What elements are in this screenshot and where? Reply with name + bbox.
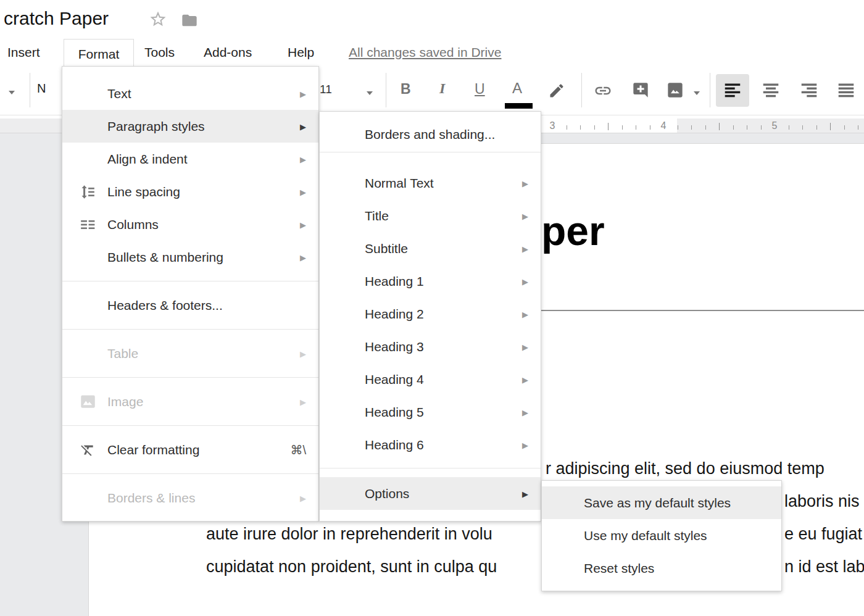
submenu-arrow-icon: ▶ (300, 122, 306, 131)
document-text-fragment: cupidatat non proident, sunt in culpa qu (206, 557, 497, 576)
menu-item-text[interactable]: Text▶ (62, 77, 318, 110)
menu-item-label: Image (107, 394, 143, 409)
menu-item-table[interactable]: Table▶ (62, 337, 318, 370)
submenu-arrow-icon: ▶ (522, 407, 528, 417)
columns-icon (75, 217, 101, 233)
font-size-chevron-icon[interactable] (367, 91, 373, 95)
menu-item-heading-2[interactable]: Heading 2▶ (320, 298, 541, 330)
menu-item-label: Text (107, 86, 131, 101)
menu-item-reset-styles[interactable]: Reset styles (542, 552, 781, 585)
paragraph-styles-submenu: Borders and shading...Normal Text▶Title▶… (319, 111, 541, 522)
submenu-arrow-icon: ▶ (522, 277, 528, 286)
submenu-arrow-icon: ▶ (300, 397, 306, 406)
menu-item-headers-footers[interactable]: Headers & footers... (62, 289, 318, 322)
menu-item-subtitle[interactable]: Subtitle▶ (320, 232, 541, 265)
menu-item-label: Subtitle (365, 241, 408, 256)
star-icon[interactable] (149, 10, 167, 31)
menu-item-label: Borders & lines (107, 491, 195, 506)
text-color-button[interactable]: A (512, 80, 522, 97)
submenu-arrow-icon: ▶ (522, 244, 528, 253)
submenu-arrow-icon: ▶ (522, 440, 528, 449)
ruler-tick (802, 125, 803, 130)
ruler-tick (719, 123, 720, 130)
menu-item-paragraph-styles[interactable]: Paragraph styles▶ (62, 110, 318, 143)
menu-separator (62, 281, 318, 281)
underline-button[interactable]: U (475, 81, 485, 98)
menu-item-heading-6[interactable]: Heading 6▶ (320, 428, 541, 461)
ruler-inch-label: 4 (661, 120, 667, 131)
menubar: Insert Tools Add-ons Help All changes sa… (0, 38, 864, 66)
menu-item-label: Table (107, 346, 138, 361)
image-disabled-icon (75, 393, 101, 410)
line-spacing-icon (75, 184, 101, 200)
bold-button[interactable]: B (401, 81, 411, 98)
menu-item-image[interactable]: Image▶ (62, 385, 318, 418)
ruler-tick (816, 125, 817, 130)
ruler-tick (594, 125, 595, 130)
menu-addons[interactable]: Add-ons (204, 38, 252, 66)
ruler-tick (622, 125, 623, 130)
menu-item-borders-and-shading[interactable]: Borders and shading... (320, 118, 541, 151)
ruler-tick (789, 125, 789, 130)
menu-item-label: Reset styles (584, 561, 654, 576)
menu-item-label: Heading 1 (365, 274, 424, 289)
menu-item-normal-text[interactable]: Normal Text▶ (320, 167, 541, 199)
ruler-inch-label: 5 (772, 120, 778, 131)
submenu-arrow-icon: ▶ (300, 493, 306, 502)
menu-item-label: Options (365, 486, 409, 501)
menu-item-heading-4[interactable]: Heading 4▶ (320, 363, 541, 396)
menu-help[interactable]: Help (288, 38, 314, 66)
all-changes-saved-link[interactable]: All changes saved in Drive (349, 38, 501, 66)
document-title[interactable]: cratch Paper (4, 8, 109, 29)
image-chevron-icon[interactable] (694, 91, 700, 95)
menu-item-title[interactable]: Title▶ (320, 199, 541, 232)
paragraph-style-selector[interactable]: N (37, 81, 46, 96)
menu-item-label: Normal Text (365, 176, 434, 191)
menu-item-borders-lines[interactable]: Borders & lines▶ (62, 481, 318, 514)
document-text-fragment: r adipiscing elit, sed do eiusmod temp (546, 459, 825, 478)
menu-item-heading-3[interactable]: Heading 3▶ (320, 330, 541, 363)
menu-separator (62, 473, 318, 474)
ruler-tick (733, 125, 734, 130)
menu-item-label: Heading 6 (365, 438, 424, 452)
submenu-arrow-icon: ▶ (300, 220, 306, 229)
menu-item-align-indent[interactable]: Align & indent▶ (62, 143, 318, 175)
document-text-fragment: n id est lab (784, 557, 864, 576)
submenu-arrow-icon: ▶ (522, 309, 528, 318)
menu-item-save-as-my-default-styles[interactable]: Save as my default styles (542, 486, 781, 519)
document-text-fragment: aute irure dolor in reprehenderit in vol… (206, 525, 492, 544)
menu-item-label: Title (365, 209, 389, 223)
menu-tools[interactable]: Tools (144, 38, 175, 66)
menu-format[interactable]: Format (64, 39, 134, 69)
ruler-tick (747, 125, 747, 130)
menu-item-options[interactable]: Options▶ (320, 477, 541, 510)
menu-item-label: Heading 4 (365, 372, 424, 387)
menu-item-label: Headers & footers... (107, 298, 223, 313)
titlebar: cratch Paper (0, 0, 864, 38)
submenu-arrow-icon: ▶ (300, 252, 306, 262)
font-size-value[interactable]: 11 (320, 83, 332, 96)
menu-item-bullets-numbering[interactable]: Bullets & numbering▶ (62, 241, 318, 273)
ruler-tick (691, 125, 692, 130)
menu-item-label: Align & indent (107, 152, 188, 167)
menu-item-label: Line spacing (107, 185, 180, 199)
toolbar-divider (581, 73, 582, 107)
chevron-down-icon[interactable] (9, 91, 15, 94)
clear-format-icon (75, 442, 101, 458)
menu-item-clear-formatting[interactable]: Clear formatting⌘\ (62, 433, 318, 466)
submenu-arrow-icon: ▶ (522, 178, 528, 188)
menu-item-label: Save as my default styles (584, 496, 731, 510)
menu-item-label: Heading 2 (365, 307, 424, 322)
menu-item-line-spacing[interactable]: Line spacing▶ (62, 175, 318, 208)
italic-button[interactable]: I (439, 80, 445, 97)
menu-item-columns[interactable]: Columns▶ (62, 208, 318, 241)
folder-icon[interactable] (181, 12, 198, 31)
submenu-arrow-icon: ▶ (300, 187, 306, 196)
submenu-arrow-icon: ▶ (522, 211, 528, 220)
menu-item-heading-5[interactable]: Heading 5▶ (320, 396, 541, 428)
menu-separator (62, 377, 318, 378)
menu-item-heading-1[interactable]: Heading 1▶ (320, 265, 541, 298)
ruler-tick (567, 125, 567, 130)
menu-item-use-my-default-styles[interactable]: Use my default styles (542, 519, 781, 552)
menu-insert[interactable]: Insert (7, 38, 40, 66)
